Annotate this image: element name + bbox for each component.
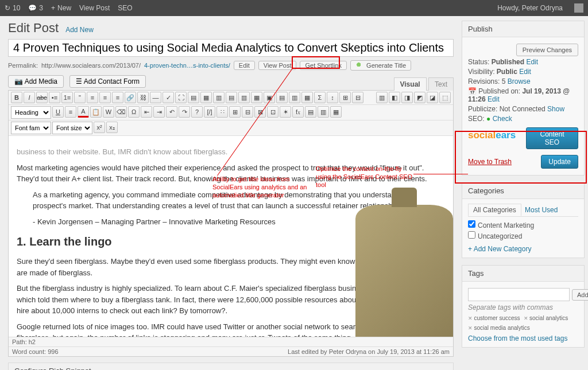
tb2-22[interactable]: ▤ bbox=[305, 106, 316, 118]
add-new-link[interactable]: Add New bbox=[65, 26, 94, 34]
cat-tab-most[interactable]: Most Used bbox=[523, 204, 559, 216]
viewpost-link[interactable]: View Post bbox=[79, 4, 110, 12]
aligncenter-button[interactable]: ≡ bbox=[99, 92, 111, 103]
kitchensink-button[interactable]: ▤ bbox=[188, 92, 199, 103]
pasteword-button[interactable]: W bbox=[103, 106, 114, 118]
italic-button[interactable]: I bbox=[24, 92, 35, 103]
tb2-16[interactable]: ⊞ bbox=[229, 106, 241, 118]
seo-check-link[interactable]: Check bbox=[493, 115, 512, 123]
tb-25[interactable]: Σ bbox=[314, 92, 326, 103]
fontfamily-select[interactable]: Font family bbox=[11, 122, 51, 134]
tb2-15[interactable]: ∷ bbox=[216, 106, 228, 118]
tb-21[interactable]: ▣ bbox=[264, 92, 275, 103]
heading-select[interactable]: Heading 2 bbox=[11, 106, 51, 119]
seo-link[interactable]: SEO bbox=[118, 4, 132, 12]
categories-title[interactable]: Categories bbox=[462, 183, 584, 199]
removeformat-button[interactable]: ⌫ bbox=[115, 106, 127, 118]
tb2-21[interactable]: f𝑥 bbox=[292, 106, 304, 118]
tag-input[interactable] bbox=[468, 288, 570, 301]
cat-content-marketing[interactable] bbox=[468, 220, 475, 228]
publish-title[interactable]: Publish bbox=[462, 21, 584, 37]
fontsize-select[interactable]: Font size bbox=[52, 122, 92, 134]
bold-button[interactable]: B bbox=[11, 92, 22, 103]
spell-button[interactable]: ✓ bbox=[163, 92, 174, 103]
ul-button[interactable]: •≡ bbox=[49, 92, 60, 103]
add-tag-button[interactable]: Add bbox=[572, 289, 588, 301]
get-shortlink-button[interactable]: Get Shortlink bbox=[300, 61, 347, 70]
more-button[interactable]: — bbox=[150, 92, 161, 103]
avatar[interactable] bbox=[574, 3, 583, 13]
tb-r5[interactable]: ◪ bbox=[427, 92, 438, 103]
tag-chip[interactable]: customer success bbox=[468, 315, 520, 321]
add-media-button[interactable]: 📷 Add Media bbox=[8, 75, 64, 88]
tb-24[interactable]: ▦ bbox=[301, 92, 313, 103]
ol-button[interactable]: 1≡ bbox=[61, 92, 73, 103]
strike-button[interactable]: abc bbox=[36, 92, 48, 103]
tb-16[interactable]: ▦ bbox=[200, 92, 212, 103]
tb-17[interactable]: ▥ bbox=[213, 92, 225, 103]
charmap-button[interactable]: Ω bbox=[128, 106, 140, 118]
cat-tab-all[interactable]: All Categories bbox=[468, 204, 521, 216]
edit-visibility-link[interactable]: Edit bbox=[519, 68, 531, 76]
browse-revisions-link[interactable]: Browse bbox=[508, 77, 531, 85]
tb3-2[interactable]: x₂ bbox=[106, 122, 118, 133]
quote-button[interactable]: " bbox=[74, 92, 86, 103]
pastetext-button[interactable]: 📋 bbox=[90, 106, 102, 118]
add-category-link[interactable]: + Add New Category bbox=[468, 245, 531, 253]
alignleft-button[interactable]: ≡ bbox=[87, 92, 98, 103]
tb-23[interactable]: ▥ bbox=[289, 92, 300, 103]
tb-20[interactable]: ▦ bbox=[251, 92, 262, 103]
tb-18[interactable]: ▤ bbox=[226, 92, 237, 103]
tag-chip[interactable]: social analytics bbox=[524, 315, 568, 321]
user-greeting[interactable]: Howdy, Peter Odryna bbox=[497, 4, 563, 12]
tb-22[interactable]: ▤ bbox=[276, 92, 288, 103]
tb-28[interactable]: ⊟ bbox=[352, 92, 363, 103]
help-button[interactable]: ? bbox=[191, 106, 203, 118]
tb-r1[interactable]: ▥ bbox=[376, 92, 388, 103]
tb2-20[interactable]: ✶ bbox=[280, 106, 291, 118]
publicize-show-link[interactable]: Show bbox=[547, 105, 564, 113]
tb-27[interactable]: ⊞ bbox=[339, 92, 351, 103]
preview-changes-button[interactable]: Preview Changes bbox=[516, 44, 578, 56]
update-button[interactable]: Update bbox=[541, 155, 578, 169]
alignright-button[interactable]: ≡ bbox=[112, 92, 123, 103]
tb-19[interactable]: ▥ bbox=[238, 92, 250, 103]
link-button[interactable]: 🔗 bbox=[125, 92, 136, 103]
tags-title[interactable]: Tags bbox=[462, 266, 584, 282]
fullscreen-button[interactable]: ⛶ bbox=[175, 92, 187, 103]
choose-tags-link[interactable]: Choose from the most used tags bbox=[468, 334, 567, 342]
cat-uncategorized[interactable] bbox=[468, 231, 475, 239]
textcolor-button[interactable]: A bbox=[78, 106, 89, 118]
tag-chip[interactable]: social media analytics bbox=[468, 325, 530, 331]
tb-r3[interactable]: ◨ bbox=[401, 92, 413, 103]
edit-date-link[interactable]: Edit bbox=[488, 95, 500, 103]
indent-button[interactable]: ⇥ bbox=[153, 106, 165, 118]
post-title-input[interactable] bbox=[8, 39, 454, 57]
edit-status-link[interactable]: Edit bbox=[526, 58, 538, 66]
tb2-14[interactable]: [/] bbox=[204, 106, 215, 118]
new-link[interactable]: +New bbox=[51, 4, 71, 12]
tb3-1[interactable]: x² bbox=[94, 122, 105, 133]
tb-r6[interactable]: ⬚ bbox=[439, 92, 451, 103]
move-to-trash-link[interactable]: Move to Trash bbox=[468, 158, 512, 166]
underline-button[interactable]: U bbox=[52, 106, 64, 118]
generate-title-button[interactable]: Generate Title bbox=[350, 60, 411, 71]
tb2-17[interactable]: ⊟ bbox=[242, 106, 253, 118]
refresh-link[interactable]: ↻10 bbox=[5, 4, 20, 12]
tab-text[interactable]: Text bbox=[428, 77, 454, 91]
tb2-19[interactable]: ⊡ bbox=[267, 106, 278, 118]
justify-button[interactable]: ≡ bbox=[65, 106, 76, 118]
content-editable[interactable]: business to their website. But, IMR didn… bbox=[9, 136, 453, 337]
redo-button[interactable]: ↷ bbox=[179, 106, 190, 118]
content-seo-button[interactable]: Content SEO bbox=[526, 127, 578, 149]
undo-button[interactable]: ↶ bbox=[166, 106, 177, 118]
comments-link[interactable]: 💬3 bbox=[28, 4, 43, 12]
tb2-24[interactable]: ▦ bbox=[330, 106, 342, 118]
permalink-slug[interactable]: 4-proven-techn…s-into-clients/ bbox=[144, 62, 230, 69]
edit-permalink-button[interactable]: Edit bbox=[234, 61, 255, 70]
tb-r4[interactable]: ◩ bbox=[414, 92, 425, 103]
tb2-18[interactable]: ⊠ bbox=[254, 106, 266, 118]
tb-r2[interactable]: ◧ bbox=[389, 92, 400, 103]
rich-snippet-title[interactable]: Configure Rich Snippet bbox=[9, 363, 453, 370]
view-post-button[interactable]: View Post bbox=[258, 61, 297, 70]
